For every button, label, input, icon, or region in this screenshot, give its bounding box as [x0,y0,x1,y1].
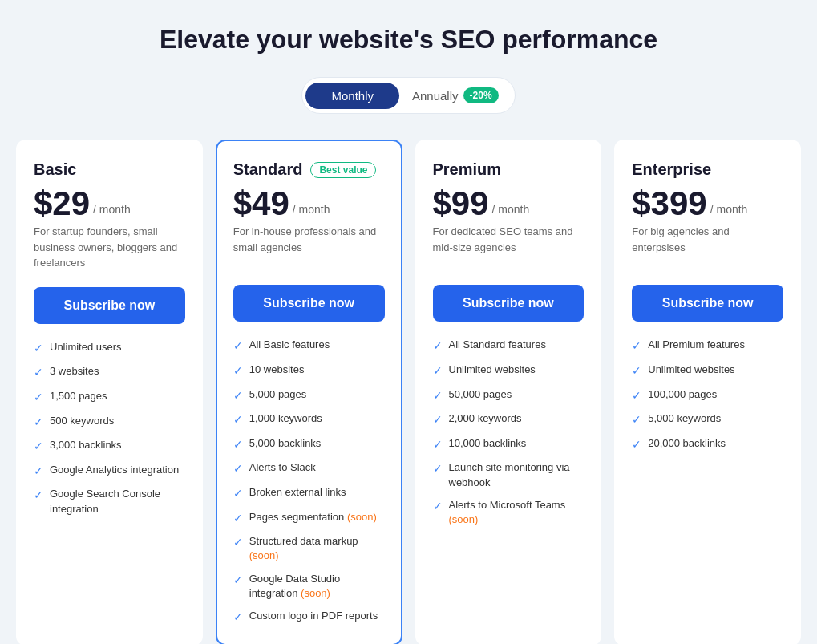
feature-text: Google Analytics integration [50,463,179,477]
check-icon: ✓ [632,437,641,453]
feature-item: ✓ 50,000 pages [433,387,584,404]
feature-text: Alerts to Microsoft Teams (soon) [449,498,584,527]
feature-item: ✓ Unlimited users [34,340,185,357]
plan-card-premium: Premium $99 / month For dedicated SEO te… [415,140,602,644]
feature-item: ✓ 500 keywords [34,414,185,431]
soon-label: (soon) [347,511,377,523]
check-icon: ✓ [233,388,243,404]
price-amount: $399 [632,187,706,221]
feature-list-premium: ✓ All Standard features ✓ Unlimited webs… [433,338,584,527]
plans-grid: Basic $29 / month For startup founders, … [16,140,801,644]
feature-item: ✓ Pages segmentation (soon) [233,510,385,527]
feature-item: ✓ 1,500 pages [34,389,185,406]
page-title: Elevate your website's SEO performance [16,24,801,55]
soon-label: (soon) [301,587,330,599]
feature-item: ✓ Launch site monitoring via webhook [433,460,584,489]
check-icon: ✓ [632,388,641,404]
plan-price: $99 / month [433,187,584,221]
feature-text: Custom logo in PDF reports [249,609,378,623]
check-icon: ✓ [34,464,43,480]
feature-text: 100,000 pages [648,387,717,402]
feature-text: 3 websites [50,364,99,379]
feature-item: ✓ Structured data markup (soon) [233,534,385,563]
plan-description: For startup founders, small business own… [34,224,185,271]
toggle-container: Monthly Annually -20% [301,77,515,114]
discount-badge: -20% [463,87,499,103]
feature-item: ✓ 2,000 keywords [433,411,584,428]
price-amount: $29 [34,187,90,221]
feature-item: ✓ All Standard features [433,338,584,354]
subscribe-button-standard[interactable]: Subscribe now [233,285,385,322]
plan-name: Basic [34,160,185,179]
feature-text: All Standard features [449,338,546,352]
feature-item: ✓ 3 websites [34,364,185,381]
price-period: / month [293,203,330,216]
feature-text: 1,500 pages [50,389,107,403]
check-icon: ✓ [34,341,43,357]
feature-text: Unlimited users [50,340,122,354]
feature-item: ✓ 5,000 keywords [632,411,783,428]
check-icon: ✓ [233,573,243,589]
feature-text: 3,000 backlinks [50,438,122,452]
feature-item: ✓ 1,000 keywords [233,411,385,428]
feature-item: ✓ 10 websites [233,363,385,379]
feature-item: ✓ All Premium features [632,338,783,354]
feature-text: All Basic features [249,338,330,352]
plan-name-text: Basic [34,160,76,179]
check-icon: ✓ [433,363,443,379]
subscribe-button-premium[interactable]: Subscribe now [433,285,584,322]
feature-text: 20,000 backlinks [648,436,726,451]
feature-text: 10 websites [249,363,305,377]
monthly-toggle[interactable]: Monthly [305,83,399,109]
feature-text: 5,000 backlinks [249,436,322,451]
check-icon: ✓ [34,488,43,504]
billing-toggle: Monthly Annually -20% [16,77,801,114]
check-icon: ✓ [233,412,243,428]
check-icon: ✓ [233,486,243,502]
feature-item: ✓ 100,000 pages [632,387,783,404]
feature-text: Pages segmentation (soon) [249,510,377,525]
plan-description: For big agencies and enterpsises [632,224,783,269]
check-icon: ✓ [34,365,43,381]
soon-label: (soon) [249,549,279,561]
plan-description: For dedicated SEO teams and mid-size age… [433,224,584,269]
feature-item: ✓ Broken external links [233,485,385,502]
feature-text: Broken external links [249,485,346,500]
feature-text: 500 keywords [50,414,114,428]
best-value-badge: Best value [310,162,376,178]
feature-item: ✓ Google Search Console integration [34,487,185,516]
feature-text: 50,000 pages [449,387,512,402]
check-icon: ✓ [233,363,243,379]
price-period: / month [492,203,530,216]
check-icon: ✓ [233,535,243,551]
check-icon: ✓ [34,439,43,455]
feature-text: Launch site monitoring via webhook [449,460,584,489]
price-amount: $99 [433,187,489,221]
plan-price: $29 / month [34,187,185,221]
subscribe-button-enterprise[interactable]: Subscribe now [632,285,783,322]
plan-price: $49 / month [233,187,385,221]
feature-text: 10,000 backlinks [449,436,527,451]
check-icon: ✓ [433,437,443,453]
plan-name-text: Enterprise [632,160,711,179]
check-icon: ✓ [632,412,641,428]
feature-item: ✓ 10,000 backlinks [433,436,584,453]
feature-item: ✓ 5,000 pages [233,387,385,404]
feature-text: 1,000 keywords [249,411,322,426]
feature-text: 5,000 pages [249,387,307,402]
feature-item: ✓ Unlimited websites [433,363,584,379]
feature-text: Unlimited websites [449,363,536,377]
check-icon: ✓ [632,338,641,354]
subscribe-button-basic[interactable]: Subscribe now [34,287,185,324]
check-icon: ✓ [433,338,443,354]
feature-list-enterprise: ✓ All Premium features ✓ Unlimited websi… [632,338,783,452]
check-icon: ✓ [433,388,443,404]
check-icon: ✓ [233,461,243,477]
plan-price: $399 / month [632,187,783,221]
check-icon: ✓ [433,412,443,428]
feature-item: ✓ 3,000 backlinks [34,438,185,455]
feature-text: Google Search Console integration [50,487,185,516]
plan-name: Enterprise [632,160,783,179]
plan-name: StandardBest value [233,160,385,179]
plan-card-standard: StandardBest value $49 / month For in-ho… [216,140,402,644]
